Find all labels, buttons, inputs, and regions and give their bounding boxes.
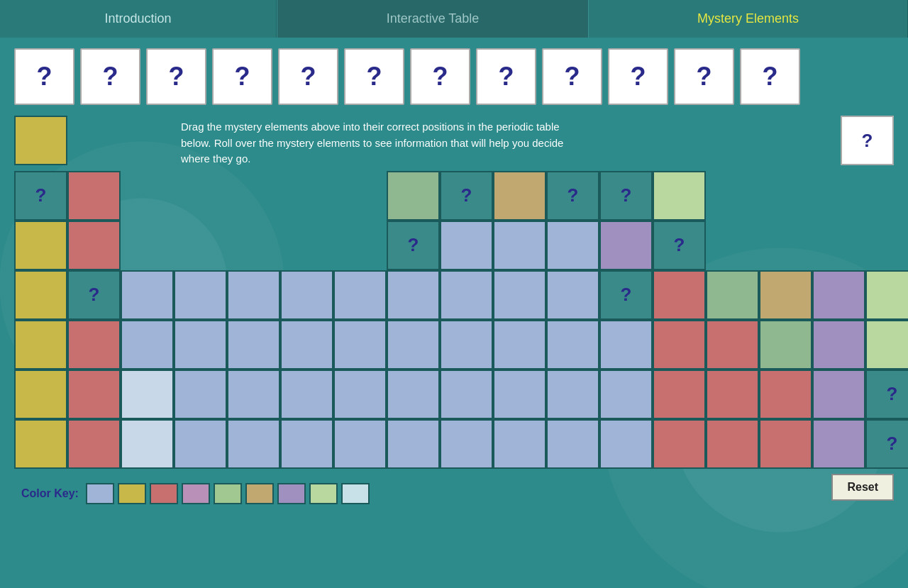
cell-Sb[interactable] <box>759 320 812 370</box>
cell-F[interactable]: ? <box>599 171 653 221</box>
cell-Ti[interactable] <box>174 270 227 320</box>
cell-Be[interactable] <box>67 171 121 221</box>
cell-Zr[interactable] <box>174 320 227 370</box>
cell-Pt[interactable] <box>493 370 546 419</box>
cell-Si[interactable] <box>440 221 493 270</box>
mystery-card-3[interactable]: ? <box>146 48 206 105</box>
cell-Au[interactable] <box>546 370 599 419</box>
tab-introduction[interactable]: Introduction <box>0 0 277 38</box>
cell-Sr[interactable] <box>67 320 121 370</box>
cell-Ca[interactable]: ? <box>67 270 121 320</box>
cell-Se[interactable] <box>812 270 865 320</box>
cell-He[interactable]: ? <box>841 116 894 165</box>
cell-Ta[interactable] <box>227 370 280 419</box>
cell-Ag[interactable] <box>546 320 599 370</box>
cell-Tc[interactable] <box>333 320 387 370</box>
cell-Fl[interactable] <box>706 419 759 469</box>
cell-Ra[interactable] <box>67 419 121 469</box>
cell-Ac-ref[interactable] <box>121 419 174 469</box>
mystery-card-7[interactable]: ? <box>410 48 470 105</box>
cell-Nh[interactable] <box>653 419 706 469</box>
cell-Fe[interactable] <box>387 270 440 320</box>
cell-Hf[interactable] <box>174 370 227 419</box>
mystery-card-9[interactable]: ? <box>542 48 602 105</box>
cell-Zn[interactable]: ? <box>599 270 653 320</box>
cell-S[interactable] <box>546 221 599 270</box>
cell-Hs[interactable] <box>387 419 440 469</box>
cell-Ir[interactable] <box>440 370 493 419</box>
cell-Pd[interactable] <box>493 320 546 370</box>
cell-Na[interactable] <box>14 221 67 270</box>
cell-Bh[interactable] <box>333 419 387 469</box>
cell-K[interactable] <box>14 270 67 320</box>
mystery-card-10[interactable]: ? <box>608 48 668 105</box>
cell-B[interactable] <box>387 171 440 221</box>
tab-interactive-table[interactable]: Interactive Table <box>277 0 589 38</box>
cell-C[interactable]: ? <box>440 171 493 221</box>
cell-Mg[interactable] <box>67 221 121 270</box>
cell-Mn[interactable] <box>333 270 387 320</box>
cell-N[interactable] <box>493 171 546 221</box>
mystery-card-2[interactable]: ? <box>80 48 140 105</box>
cell-Hg[interactable] <box>599 370 653 419</box>
cell-H[interactable] <box>14 116 67 165</box>
cell-Li[interactable]: ? <box>14 171 67 221</box>
cell-V[interactable] <box>227 270 280 320</box>
cell-P[interactable] <box>493 221 546 270</box>
mystery-card-4[interactable]: ? <box>212 48 272 105</box>
cell-Bi[interactable] <box>759 370 812 419</box>
cell-Lv[interactable] <box>812 419 865 469</box>
cell-Cr[interactable] <box>280 270 333 320</box>
cell-Mt[interactable] <box>440 419 493 469</box>
cell-Pb[interactable] <box>706 370 759 419</box>
mystery-card-8[interactable]: ? <box>476 48 536 105</box>
mystery-card-11[interactable]: ? <box>674 48 734 105</box>
cell-Tl[interactable] <box>653 370 706 419</box>
cell-Po[interactable] <box>812 370 865 419</box>
cell-Os[interactable] <box>387 370 440 419</box>
mystery-card-12[interactable]: ? <box>740 48 800 105</box>
cell-Ge[interactable] <box>706 270 759 320</box>
cell-Cs[interactable] <box>14 370 67 419</box>
cell-Co[interactable] <box>440 270 493 320</box>
cell-Rg[interactable] <box>546 419 599 469</box>
cell-Cl[interactable] <box>599 221 653 270</box>
cell-Y[interactable] <box>121 320 174 370</box>
cell-Ba[interactable] <box>67 370 121 419</box>
cell-Br[interactable] <box>865 270 908 320</box>
cell-I[interactable] <box>865 320 908 370</box>
cell-In[interactable] <box>653 320 706 370</box>
cell-W[interactable] <box>280 370 333 419</box>
cell-Ga[interactable] <box>653 270 706 320</box>
cell-Nb[interactable] <box>227 320 280 370</box>
cell-La-ref[interactable] <box>121 370 174 419</box>
cell-Te[interactable] <box>812 320 865 370</box>
cell-Ni[interactable] <box>493 270 546 320</box>
cell-Mc[interactable] <box>759 419 812 469</box>
cell-Al[interactable]: ? <box>387 221 440 270</box>
cell-Ru[interactable] <box>387 320 440 370</box>
mystery-card-1[interactable]: ? <box>14 48 74 105</box>
cell-Cd[interactable] <box>599 320 653 370</box>
mystery-card-6[interactable]: ? <box>344 48 404 105</box>
cell-Sc[interactable] <box>121 270 174 320</box>
cell-Sg[interactable] <box>280 419 333 469</box>
cell-As[interactable] <box>759 270 812 320</box>
cell-Ds[interactable] <box>493 419 546 469</box>
cell-Cn[interactable] <box>599 419 653 469</box>
cell-Rb[interactable] <box>14 320 67 370</box>
cell-Ar[interactable]: ? <box>653 221 706 270</box>
reset-button[interactable]: Reset <box>831 474 894 501</box>
mystery-card-5[interactable]: ? <box>278 48 338 105</box>
cell-At[interactable]: ? <box>865 370 908 419</box>
cell-Rf[interactable] <box>174 419 227 469</box>
cell-Db[interactable] <box>227 419 280 469</box>
tab-mystery-elements[interactable]: Mystery Elements <box>589 0 908 38</box>
cell-Cu[interactable] <box>546 270 599 320</box>
cell-O[interactable]: ? <box>546 171 599 221</box>
cell-Fr[interactable] <box>14 419 67 469</box>
cell-Sn[interactable] <box>706 320 759 370</box>
cell-Ne[interactable] <box>653 171 706 221</box>
cell-Ts[interactable]: ? <box>865 419 908 469</box>
cell-Re[interactable] <box>333 370 387 419</box>
